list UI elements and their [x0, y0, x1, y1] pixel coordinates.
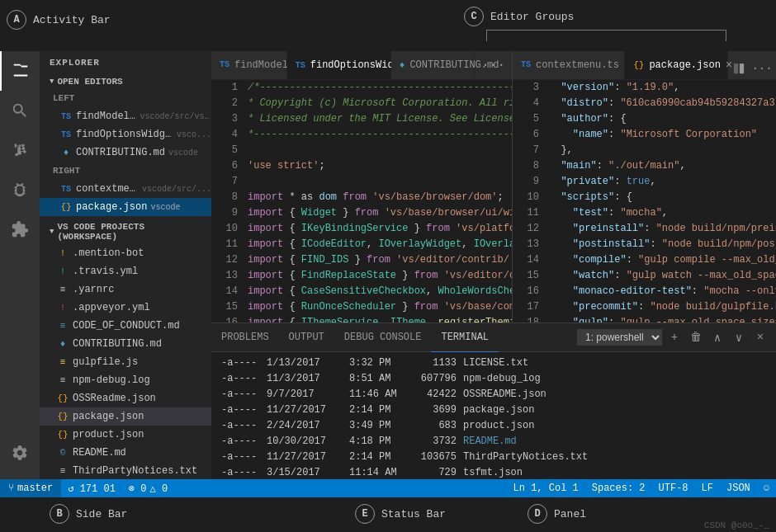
file-appveyor[interactable]: ! .appveyor.yml	[40, 299, 211, 317]
contextmenu-tab-icon: TS	[521, 60, 531, 69]
language-item[interactable]: JSON	[720, 479, 757, 497]
feedback-item[interactable]: ☺	[757, 479, 776, 497]
file-product-json[interactable]: {} product.json	[40, 426, 211, 444]
file-gulpfile[interactable]: ≡ gulpfile.js	[40, 353, 211, 371]
maximize-panel-button[interactable]: ∧	[708, 328, 726, 346]
ossreadme-label: OSSReadme.json	[73, 393, 156, 404]
c-bracket-right	[726, 30, 726, 41]
settings-activity-icon[interactable]	[0, 433, 40, 473]
json-line-9: "private": true,	[549, 174, 776, 190]
label-c-circle: C	[464, 7, 484, 26]
gulpfile-label: gulpfile.js	[73, 356, 138, 368]
tab-package-json[interactable]: {} package.json ×	[625, 51, 728, 79]
file-yarnrc[interactable]: ≡ .yarnrc	[40, 280, 211, 299]
label-a-text: Activity Bar	[33, 14, 111, 26]
position-text: Ln 1, Col 1	[513, 483, 579, 494]
output-label: OUTPUT	[289, 332, 324, 343]
readme-icon: ©	[56, 446, 69, 459]
json-line-13: "postinstall": "node build/npm/postinst	[549, 237, 776, 252]
contextmenu-label: contextmenu.ts	[76, 183, 139, 195]
npm-debug-label: npm-debug.log	[73, 374, 150, 386]
md-icon: ♦	[59, 146, 73, 159]
package-json-icon: {}	[56, 410, 69, 423]
terminal-select[interactable]: 1: powershell	[577, 329, 662, 346]
tab-contextmenu[interactable]: TS contextmenu.ts ×	[513, 51, 625, 79]
file-ossreadme[interactable]: {} OSSReadme.json	[40, 389, 211, 407]
ts-icon: TS	[59, 110, 73, 123]
extensions-activity-icon[interactable]	[0, 210, 40, 249]
source-control-activity-icon[interactable]	[0, 130, 40, 170]
code-line-10: import { IKeyBindingService } from 'vs/p…	[248, 221, 512, 237]
open-editors-arrow: ▼	[50, 78, 54, 86]
debug-activity-icon[interactable]	[0, 170, 40, 210]
terminal-line-5: -a----2/24/20173:49 PM683product.json	[221, 418, 766, 434]
file-thirdparty[interactable]: ≡ ThirdPartyNotices.txt	[40, 462, 211, 479]
code-line-8: import * as dom from 'vs/base/browser/do…	[248, 190, 512, 205]
file-readme[interactable]: © README.md	[40, 444, 211, 462]
encoding-item[interactable]: UTF-8	[652, 479, 695, 497]
json-line-3: "version": "1.19.0",	[549, 80, 776, 96]
json-line-7: },	[549, 143, 776, 158]
label-a-circle: A	[7, 10, 26, 30]
json-line-4: "distro": "610ca6990cab94b59284327a3741a…	[549, 96, 776, 111]
branch-icon: ⑂	[8, 483, 14, 494]
workspace-section[interactable]: ▼ VS CODE PROJECTS (WORKSPACE)	[40, 219, 211, 244]
watermark: CSDN @o0o_-_	[704, 520, 769, 530]
terminal-line-2: -a----11/3/20178:51 AM607796npm-debug_lo…	[221, 371, 766, 387]
label-b-circle: B	[50, 504, 69, 524]
code-line-16: import { IThemeService, ITheme, register…	[248, 315, 512, 322]
file-code-of-conduct[interactable]: ≡ CODE_OF_CONDUCT.md	[40, 317, 211, 335]
search-activity-icon[interactable]	[0, 91, 40, 130]
ts-icon-3: TS	[59, 182, 73, 195]
panel-tab-output[interactable]: OUTPUT	[279, 323, 334, 352]
terminal-line-8: -a----3/15/201711:14 AM729tsfmt.json	[221, 465, 766, 479]
findmodel-tab-icon: TS	[220, 60, 229, 69]
file-contributing[interactable]: ♦ CONTRIBUTING.md	[40, 335, 211, 353]
kill-terminal-button[interactable]: 🗑	[687, 328, 705, 346]
open-editors-section[interactable]: ▼ OPEN EDITORS	[40, 74, 211, 89]
file-travis[interactable]: ! .travis.yml	[40, 262, 211, 280]
open-editor-package[interactable]: {} package.json vscode	[40, 198, 211, 216]
annotation-b: B Side Bar	[50, 504, 127, 524]
encoding-text: UTF-8	[659, 483, 688, 494]
spaces-item[interactable]: Spaces: 2	[585, 479, 652, 497]
panel-tab-terminal[interactable]: TERMINAL	[431, 323, 499, 352]
panel-tab-problems[interactable]: PROBLEMS	[211, 323, 279, 352]
label-e-circle: E	[355, 504, 375, 524]
json-line-5: "author": {	[549, 111, 776, 127]
errors-text: ⊗ 0	[129, 483, 147, 495]
split-editor-button[interactable]	[728, 58, 750, 79]
files-activity-icon[interactable]	[0, 51, 40, 91]
file-package-json[interactable]: {} package.json	[40, 407, 211, 426]
git-branch-item[interactable]: ⑂ master	[0, 479, 61, 497]
code-line-11: import { ICodeEditor, IOverlayWidget, IO…	[248, 237, 512, 252]
tab-findmodel[interactable]: TS findModel.ts ×	[211, 51, 287, 79]
tab-contributing[interactable]: ♦ CONTRIBUTING.md ×	[391, 51, 475, 79]
close-panel-button[interactable]: ×	[751, 328, 769, 346]
panel-tab-debug[interactable]: DEBUG CONSOLE	[334, 323, 432, 352]
findoptions-path: vsco...	[177, 130, 211, 139]
minimize-panel-button[interactable]: ∨	[730, 328, 748, 346]
new-terminal-button[interactable]: +	[665, 328, 684, 346]
open-editor-findoptions[interactable]: TS findOptionsWidget.ts vsco...	[40, 125, 211, 144]
terminal-line-3: -a----9/7/201711:46 AM42422OSSREADME.jso…	[221, 387, 766, 403]
more-actions-button[interactable]: ···	[751, 58, 773, 79]
terminal-line-4: -a----11/27/20172:14 PM3699package.json	[221, 403, 766, 418]
open-editor-contributing[interactable]: ♦ CONTRIBUTING.md vscode	[40, 144, 211, 162]
findoptions-tab-icon: TS	[296, 61, 305, 70]
line-ending-item[interactable]: LF	[695, 479, 720, 497]
coc-label: CODE_OF_CONDUCT.md	[73, 320, 180, 332]
errors-item[interactable]: ⊗ 0 △ 0	[122, 479, 174, 497]
right-line-numbers: 34567 89101112 1314151617 1819202122	[513, 80, 546, 322]
file-mention-bot[interactable]: ! .mention-bot	[40, 244, 211, 262]
status-left: ⑂ master ↺ 171 01 ⊗ 0 △ 0	[0, 479, 174, 497]
sync-item[interactable]: ↺ 171 01	[61, 479, 122, 497]
open-editor-findmodel[interactable]: TS findModel.ts vscode/src/vs/...	[40, 107, 211, 125]
open-editor-contextmenu[interactable]: TS contextmenu.ts vscode/src/...	[40, 180, 211, 198]
position-item[interactable]: Ln 1, Col 1	[507, 479, 585, 497]
file-npm-debug[interactable]: ≡ npm-debug.log	[40, 371, 211, 389]
sidebar-content: ▼ OPEN EDITORS LEFT TS findModel.ts vsco…	[40, 74, 211, 479]
json-line-16: "monaco-editor-test": "mocha --only-mono	[549, 284, 776, 299]
code-line-14: import { CaseSensitiveCheckbox, WholeWor…	[248, 284, 512, 299]
tab-findoptions[interactable]: TS findOptionsWidget.ts ×	[287, 51, 391, 79]
